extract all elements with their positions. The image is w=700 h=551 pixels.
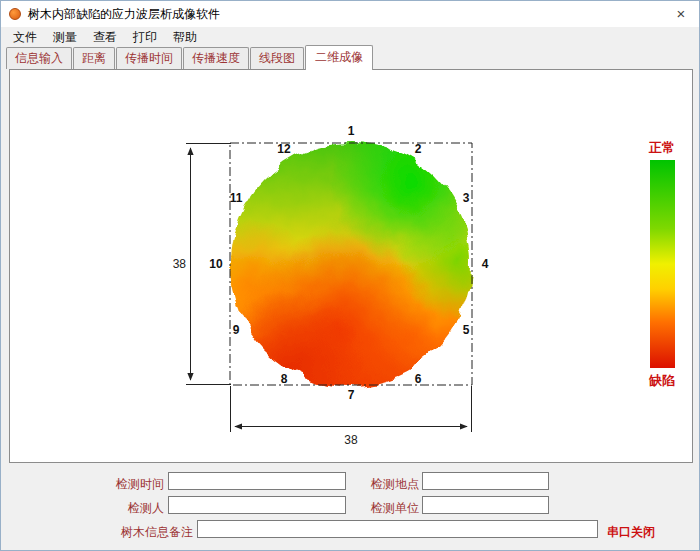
label-detect-location: 检测地点 (364, 476, 419, 493)
sensor-label-4: 4 (482, 257, 489, 271)
tomography-map (220, 133, 482, 395)
app-window: 树木内部缺陷的应力波层析成像软件 × 文件 测量 查看 打印 帮助 信息输入 距… (0, 0, 700, 551)
imaging-panel: 38 38 1 2 3 4 5 6 7 8 9 10 11 12 (9, 69, 693, 463)
sensor-label-8: 8 (281, 372, 288, 386)
sensor-label-11: 11 (230, 191, 243, 205)
sensor-label-9: 9 (233, 323, 240, 337)
sensor-label-5: 5 (463, 323, 470, 337)
imaging-canvas: 38 38 1 2 3 4 5 6 7 8 9 10 11 12 (10, 70, 692, 462)
legend-bottom-label: 缺陷 (648, 373, 675, 388)
legend-top-label: 正常 (648, 140, 675, 155)
tab-line-graph[interactable]: 线段图 (250, 47, 304, 69)
detect-location-input[interactable] (422, 472, 549, 490)
tab-propagation-speed[interactable]: 传播速度 (183, 47, 249, 69)
label-detect-time: 检测时间 (109, 476, 164, 493)
tab-distance[interactable]: 距离 (73, 47, 115, 69)
tabbar: 信息输入 距离 传播时间 传播速度 线段图 二维成像 (1, 48, 699, 69)
titlebar: 树木内部缺陷的应力波层析成像软件 × (1, 1, 699, 27)
label-detect-unit: 检测单位 (364, 500, 419, 517)
tab-2d-imaging[interactable]: 二维成像 (305, 45, 373, 70)
sensor-label-6: 6 (415, 372, 422, 386)
tab-propagation-time[interactable]: 传播时间 (116, 47, 182, 69)
close-button[interactable]: × (663, 1, 699, 27)
tab-info-input[interactable]: 信息输入 (6, 47, 72, 69)
menu-file[interactable]: 文件 (5, 27, 45, 48)
sensor-label-10: 10 (209, 257, 223, 271)
detect-time-input[interactable] (168, 472, 346, 490)
sensor-label-3: 3 (463, 191, 470, 205)
window-title: 树木内部缺陷的应力波层析成像软件 (28, 6, 220, 23)
width-dimension-label: 38 (344, 433, 358, 447)
tree-remarks-input[interactable] (197, 520, 598, 538)
legend-bar (650, 160, 675, 368)
info-form: 检测时间 检测地点 检测人 检测单位 树木信息备注 串口关闭 (1, 463, 700, 551)
height-dimension-label: 38 (173, 257, 187, 271)
serial-port-status: 串口关闭 (607, 524, 655, 541)
detect-unit-input[interactable] (422, 496, 549, 514)
inspector-input[interactable] (168, 496, 346, 514)
menu-measure[interactable]: 测量 (45, 27, 85, 48)
menu-view[interactable]: 查看 (85, 27, 125, 48)
label-tree-remarks: 树木信息备注 (113, 524, 193, 541)
sensor-label-1: 1 (348, 124, 355, 138)
app-logo-icon (9, 8, 21, 20)
sensor-label-12: 12 (277, 142, 291, 156)
sensor-label-7: 7 (348, 388, 355, 402)
menu-help[interactable]: 帮助 (165, 27, 205, 48)
sensor-label-2: 2 (415, 142, 422, 156)
label-inspector: 检测人 (109, 500, 164, 517)
menu-print[interactable]: 打印 (125, 27, 165, 48)
